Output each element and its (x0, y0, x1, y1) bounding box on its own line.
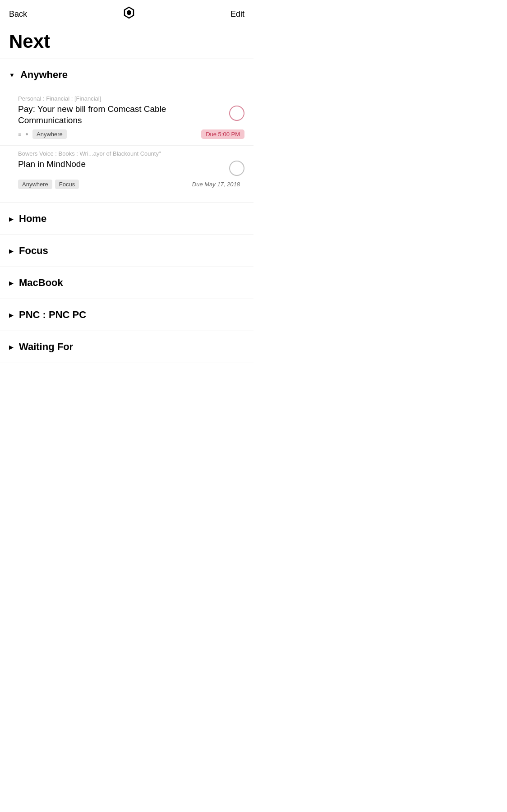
section-home: ▶ Home (0, 203, 254, 235)
task-title: Plan in MindNode (18, 159, 229, 170)
task-breadcrumb: Bowers Voice : Books : Wri...ayor of Bla… (18, 150, 244, 157)
arrow-icon-focus: ▶ (9, 248, 14, 254)
task-tags: ≡ Anywhere (18, 129, 67, 139)
arrow-icon-pnc: ▶ (9, 312, 14, 318)
arrow-icon-waitingfor: ▶ (9, 344, 14, 351)
tag-label: Focus (55, 180, 79, 189)
app-logo-icon (123, 6, 135, 22)
task-title: Pay: Your new bill from Comcast Cable Co… (18, 104, 229, 126)
tag-label: Anywhere (18, 180, 52, 189)
section-title-waitingfor: Waiting For (19, 341, 73, 353)
task-item: Personal : Financial : [Financial] Pay: … (0, 91, 254, 146)
section-header-home[interactable]: ▶ Home (0, 203, 254, 235)
arrow-icon-home: ▶ (9, 216, 14, 222)
section-header-waitingfor[interactable]: ▶ Waiting For (0, 331, 254, 363)
section-title-anywhere: Anywhere (20, 69, 68, 81)
task-due-badge: Due May 17, 2018 (188, 180, 244, 189)
section-header-focus[interactable]: ▶ Focus (0, 235, 254, 267)
back-button[interactable]: Back (9, 9, 27, 19)
edit-button[interactable]: Edit (230, 9, 244, 19)
section-focus: ▶ Focus (0, 235, 254, 267)
dot-icon (26, 133, 28, 135)
tag-label: Anywhere (32, 129, 67, 139)
arrow-icon-macbook: ▶ (9, 280, 14, 286)
note-icon: ≡ (18, 131, 21, 138)
section-content-anywhere: Personal : Financial : [Financial] Pay: … (0, 91, 254, 203)
svg-marker-1 (127, 10, 131, 15)
task-breadcrumb: Personal : Financial : [Financial] (18, 95, 244, 102)
task-complete-button[interactable] (229, 161, 244, 176)
section-title-pnc: PNC : PNC PC (19, 309, 86, 321)
section-title-focus: Focus (19, 245, 48, 257)
arrow-icon-anywhere: ▼ (9, 72, 15, 78)
task-tags: AnywhereFocus (18, 180, 79, 189)
sections-container: ▼ Anywhere Personal : Financial : [Finan… (0, 59, 254, 363)
section-waitingfor: ▶ Waiting For (0, 331, 254, 363)
section-macbook: ▶ MacBook (0, 267, 254, 299)
task-due-badge: Due 5:00 PM (201, 129, 244, 139)
top-nav: Back Edit (0, 0, 254, 26)
section-header-pnc[interactable]: ▶ PNC : PNC PC (0, 299, 254, 331)
section-header-macbook[interactable]: ▶ MacBook (0, 267, 254, 299)
section-title-macbook: MacBook (19, 277, 63, 289)
section-anywhere: ▼ Anywhere Personal : Financial : [Finan… (0, 59, 254, 203)
task-item: Bowers Voice : Books : Wri...ayor of Bla… (0, 146, 254, 195)
section-pnc: ▶ PNC : PNC PC (0, 299, 254, 331)
page-title: Next (0, 26, 254, 59)
task-complete-button[interactable] (229, 106, 244, 121)
section-title-home: Home (19, 213, 46, 225)
section-header-anywhere[interactable]: ▼ Anywhere (0, 59, 254, 91)
